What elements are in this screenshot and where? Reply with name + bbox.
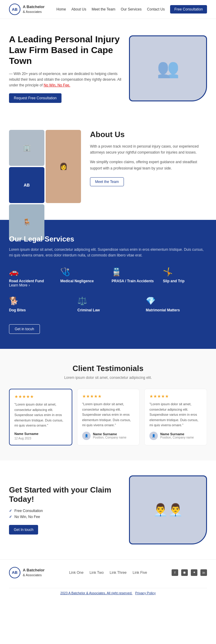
dog-label: Dog Bites — [9, 308, 26, 312]
dog-icon: 🐕 — [9, 296, 19, 306]
hero-section: A Leading Personal Injury Law Firm Based… — [0, 19, 216, 115]
testimonials-section: Client Testimonials Lorem ipsum dolor si… — [0, 349, 216, 460]
criminal-icon: ⚖️ — [77, 296, 87, 306]
criminal-label: Criminal Law — [77, 308, 100, 312]
medical-icon: 🩺 — [60, 267, 70, 277]
nav-links: Home About Us Meet the Team Our Services… — [56, 5, 207, 13]
hero-image — [129, 35, 207, 101]
service-criminal: ⚖️ Criminal Law — [77, 296, 139, 312]
footer-logo-text: A Batchelor & Associates — [23, 568, 44, 577]
services-intro: Lorem ipsum dolor sit amet, consectetur … — [9, 247, 207, 258]
instagram-icon[interactable]: ◉ — [181, 569, 188, 576]
arrow-icon: › — [28, 283, 30, 287]
hero-photo — [129, 35, 207, 101]
author-2: 👤 Name Surname Position, Company name — [82, 432, 135, 440]
footer-social: f ◉ ✦ in — [172, 569, 207, 576]
author-name-3: Name Surname — [160, 432, 194, 436]
cta-image — [129, 475, 207, 544]
nav-services[interactable]: Our Services — [121, 7, 142, 11]
hero-text: A Leading Personal Injury Law Firm Based… — [9, 34, 123, 103]
navbar: AB A Batchelor & Associates Home About U… — [0, 0, 216, 19]
nav-about[interactable]: About Us — [71, 7, 86, 11]
service-dog: 🐕 Dog Bites — [9, 296, 70, 312]
author-date-1: 12 Aug 2023 — [14, 437, 38, 440]
services-get-in-touch-button[interactable]: Get in tocuh — [9, 324, 40, 334]
avatar-2: 👤 — [82, 432, 91, 440]
cta-heading: Get Started with your Claim Today! — [9, 485, 120, 504]
footer-link-3[interactable]: Link Three — [110, 571, 127, 575]
service-matrimonial: 💎 Matrimonial Matters — [146, 296, 207, 312]
about-para2: We simplify complex claims, offering exp… — [90, 159, 207, 171]
matrimonial-icon: 💎 — [146, 296, 155, 306]
author-name-1: Name Surname — [14, 432, 38, 436]
services-heading: Our Legal Services — [9, 235, 207, 243]
author-name-2: Name Surname — [93, 432, 127, 436]
services-section: Our Legal Services Lorem ipsum dolor sit… — [0, 220, 216, 349]
services-row1: 🚗 Road Accident Fund Learn More › 🩺 Medi… — [9, 267, 207, 287]
service-road-accident: 🚗 Road Accident Fund Learn More › — [9, 267, 53, 287]
testimonials-heading: Client Testimonials — [9, 364, 207, 373]
footer-nav: Link One Link Two Link Three Link Five — [50, 571, 166, 575]
hero-heading: A Leading Personal Injury Law Firm Based… — [9, 34, 123, 66]
about-para1: With a proven track record in personal i… — [90, 143, 207, 156]
testimonial-text-1: "Lorem ipsum dolor sit amet, consectetur… — [14, 402, 67, 428]
matrimonial-label: Matrimonial Matters — [146, 308, 180, 312]
learn-more-link[interactable]: Learn More › — [9, 283, 30, 287]
road-accident-icon: 🚗 — [9, 267, 19, 277]
checklist-item-1: Free Consultation — [9, 509, 120, 513]
footer: AB A Batchelor & Associates Link One Lin… — [0, 559, 216, 602]
testimonial-text-3: "Lorem ipsum dolor sit amet, consectetur… — [149, 402, 202, 428]
author-1: Name Surname 12 Aug 2023 — [14, 432, 67, 440]
stars-1: ★★★★★ — [14, 394, 67, 399]
linkedin-icon[interactable]: in — [200, 569, 207, 576]
team-photo: 👩 — [46, 130, 81, 203]
nav-home[interactable]: Home — [56, 7, 66, 11]
nav-contact[interactable]: Contact Us — [147, 7, 165, 11]
logo[interactable]: AB A Batchelor & Associates — [9, 4, 44, 15]
cta-text: Get Started with your Claim Today! Free … — [9, 485, 120, 535]
testimonial-card-3: ★★★★★ "Lorem ipsum dolor sit amet, conse… — [144, 389, 207, 445]
stars-3: ★★★★★ — [149, 394, 202, 399]
checklist-item-2: No Win, No Fee — [9, 515, 120, 519]
about-section: 🏢 👩 AB 🪑 About Us With a proven track re… — [0, 115, 216, 220]
hero-description: — With 20+ years of experience, we are d… — [9, 71, 123, 88]
author-role-2: Position, Company name — [93, 436, 127, 439]
cta-get-in-touch-button[interactable]: Get In touch — [9, 525, 38, 535]
testimonial-card-2: ★★★★★ "Lorem ipsum dolor sit amet, conse… — [77, 389, 140, 445]
service-slip: 🤸 Slip and Trip — [163, 267, 207, 287]
free-consultation-button[interactable]: Free Consultation — [170, 5, 207, 13]
cta-section: Get Started with your Claim Today! Free … — [0, 460, 216, 559]
prasa-icon: 🚆 — [112, 267, 121, 277]
about-heading: About Us — [90, 130, 207, 139]
slip-icon: 🤸 — [163, 267, 172, 277]
footer-link-4[interactable]: Link Five — [133, 571, 147, 575]
service-prasa: 🚆 PRASA / Train Accidents — [112, 267, 156, 287]
testimonials-sub: Lorem ipsum dolor sit amet, consectetur … — [9, 376, 207, 380]
testimonial-card-1: ★★★★★ "Lorem ipsum dolor sit amet, conse… — [9, 389, 72, 445]
service-medical: 🩺 Medical Negligence — [60, 267, 104, 287]
about-text: About Us With a proven track record in p… — [90, 130, 207, 187]
prasa-label: PRASA / Train Accidents — [112, 279, 154, 283]
footer-link-2[interactable]: Link Two — [89, 571, 104, 575]
office-photo-1: 🏢 — [9, 130, 44, 166]
logo-text: A Batchelor & Associates — [23, 4, 44, 14]
footer-bottom: 2023 A Batchelor & Associates. All right… — [9, 588, 207, 595]
author-role-3: Position, Company name — [160, 436, 194, 439]
facebook-icon[interactable]: f — [172, 569, 178, 576]
about-image-grid: 🏢 👩 AB 🪑 — [9, 130, 81, 205]
avatar-3: 👤 — [149, 432, 158, 440]
footer-logo-mark: AB — [9, 567, 20, 578]
logo-mark: AB — [9, 4, 20, 15]
footer-link-1[interactable]: Link One — [69, 571, 83, 575]
author-3: 👤 Name Surname Position, Company name — [149, 432, 202, 440]
services-row2: 🐕 Dog Bites ⚖️ Criminal Law 💎 Matrimonia… — [9, 296, 207, 312]
meet-team-button[interactable]: Meet the Team — [90, 177, 124, 186]
request-consultation-button[interactable]: Request Free Consultation — [9, 93, 62, 103]
footer-logo[interactable]: AB A Batchelor & Associates — [9, 567, 44, 578]
road-accident-label: Road Accident Fund — [9, 279, 44, 283]
stars-2: ★★★★★ — [82, 394, 135, 399]
twitter-icon[interactable]: ✦ — [191, 569, 197, 576]
privacy-policy-link[interactable]: Privacy Policy — [135, 591, 156, 595]
cta-photo — [129, 475, 207, 544]
nav-team[interactable]: Meet the Team — [92, 7, 115, 11]
